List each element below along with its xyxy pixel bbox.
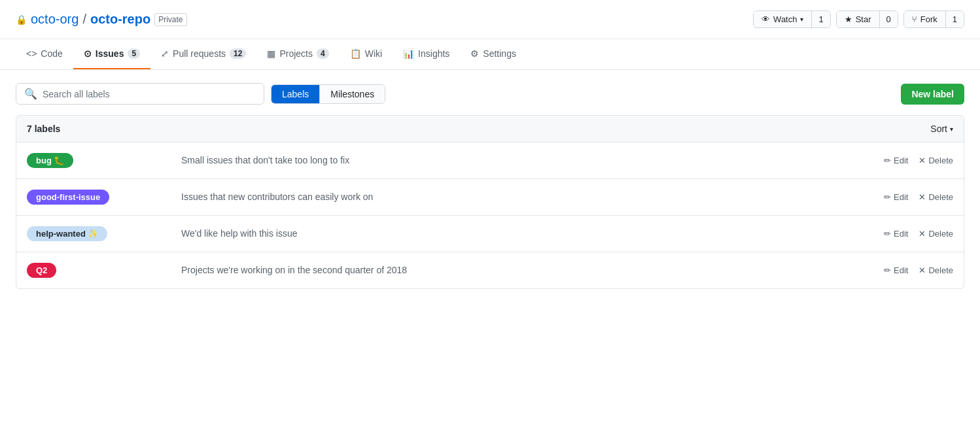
delete-label-button[interactable]: ✕ Delete	[919, 192, 953, 202]
sort-chevron-icon: ▾	[950, 126, 953, 133]
label-badge: bug 🐛	[27, 153, 73, 168]
edit-label-button[interactable]: ✏ Edit	[884, 265, 908, 275]
x-icon: ✕	[919, 229, 926, 239]
pencil-icon: ✏	[884, 156, 891, 165]
watch-button[interactable]: 👁 Watch ▾	[754, 11, 811, 27]
label-badge-col: Q2	[27, 263, 171, 278]
fork-icon: ⑂	[912, 14, 917, 24]
star-button[interactable]: ★ Star	[837, 11, 879, 27]
search-input[interactable]	[43, 89, 256, 99]
fork-count[interactable]: 1	[945, 11, 964, 27]
watch-btn-group: 👁 Watch ▾ 1	[753, 10, 831, 28]
fork-btn-group: ⑂ Fork 1	[903, 10, 964, 28]
label-badge: help-wanted ✨	[27, 226, 107, 241]
watch-count[interactable]: 1	[811, 11, 830, 27]
delete-label-button[interactable]: ✕ Delete	[919, 265, 953, 275]
label-actions: ✏ Edit ✕ Delete	[849, 156, 953, 165]
tab-insights[interactable]: 📊 Insights	[393, 39, 460, 69]
label-badge-col: bug 🐛	[27, 153, 171, 168]
tab-issues-count: 5	[128, 48, 140, 59]
label-row: good-first-issue Issues that new contrib…	[16, 179, 964, 216]
tab-pull-requests[interactable]: ⤢ Pull requests 12	[150, 39, 256, 69]
delete-label-text: Delete	[928, 192, 953, 202]
sort-label: Sort	[930, 124, 947, 134]
label-badge-col: help-wanted ✨	[27, 226, 171, 241]
tab-code[interactable]: <> Code	[16, 39, 73, 69]
label-actions: ✏ Edit ✕ Delete	[849, 265, 953, 275]
star-label: Star	[856, 14, 871, 24]
wiki-icon: 📋	[350, 48, 361, 59]
settings-icon: ⚙	[470, 48, 479, 59]
label-actions: ✏ Edit ✕ Delete	[849, 192, 953, 202]
delete-label-button[interactable]: ✕ Delete	[919, 156, 953, 165]
pencil-icon: ✏	[884, 229, 891, 239]
labels-page: 🔍 Labels Milestones New label 7 labels S…	[0, 70, 980, 302]
edit-label-text: Edit	[894, 265, 908, 275]
star-count[interactable]: 0	[879, 11, 898, 27]
labels-list: bug 🐛 Small issues that don't take too l…	[16, 143, 964, 288]
labels-tab-btn[interactable]: Labels	[271, 85, 320, 103]
delete-label-text: Delete	[928, 229, 953, 239]
tab-projects-count: 4	[317, 48, 329, 59]
issues-icon: ⊙	[84, 48, 92, 59]
tab-insights-label: Insights	[418, 48, 449, 59]
tab-settings-label: Settings	[483, 48, 516, 59]
label-row: help-wanted ✨ We'd like help with this i…	[16, 216, 964, 252]
tab-wiki[interactable]: 📋 Wiki	[340, 39, 393, 69]
repo-org-link[interactable]: octo-org	[31, 12, 79, 27]
label-row: Q2 Projects we're working on in the seco…	[16, 252, 964, 288]
tab-settings[interactable]: ⚙ Settings	[460, 39, 527, 69]
eye-icon: 👁	[761, 14, 770, 24]
delete-label-text: Delete	[928, 156, 953, 165]
tab-projects-label: Projects	[279, 48, 313, 59]
edit-label-text: Edit	[894, 229, 908, 239]
edit-label-button[interactable]: ✏ Edit	[884, 156, 908, 165]
nav-tabs: <> Code ⊙ Issues 5 ⤢ Pull requests 12 ▦ …	[0, 39, 980, 70]
repo-name-link[interactable]: octo-repo	[90, 12, 150, 27]
fork-button[interactable]: ⑂ Fork	[904, 11, 945, 27]
labels-controls: 🔍 Labels Milestones New label	[16, 83, 964, 105]
labels-count: 7 labels	[27, 124, 60, 134]
label-description: Issues that new contributors can easily …	[181, 190, 838, 204]
pr-icon: ⤢	[161, 48, 169, 59]
delete-label-button[interactable]: ✕ Delete	[919, 229, 953, 239]
label-description: We'd like help with this issue	[181, 227, 838, 241]
delete-label-text: Delete	[928, 265, 953, 275]
star-icon: ★	[845, 14, 852, 24]
edit-label-button[interactable]: ✏ Edit	[884, 229, 908, 239]
repo-header: 🔒 octo-org / octo-repo Private 👁 Watch ▾…	[0, 0, 980, 39]
repo-title: 🔒 octo-org / octo-repo Private	[16, 12, 753, 27]
search-icon: 🔍	[24, 88, 37, 100]
tab-issues[interactable]: ⊙ Issues 5	[73, 39, 150, 69]
edit-label-text: Edit	[894, 192, 908, 202]
edit-label-text: Edit	[894, 156, 908, 165]
label-row: bug 🐛 Small issues that don't take too l…	[16, 143, 964, 179]
watch-chevron-icon: ▾	[800, 16, 803, 23]
label-badge: good-first-issue	[27, 190, 109, 205]
tab-pr-label: Pull requests	[173, 48, 226, 59]
tab-code-label: Code	[41, 48, 62, 59]
milestones-tab-btn[interactable]: Milestones	[320, 85, 385, 103]
lock-icon: 🔒	[16, 14, 27, 25]
watch-label: Watch	[773, 14, 797, 24]
tab-issues-label: Issues	[96, 48, 124, 59]
code-icon: <>	[26, 48, 37, 59]
pencil-icon: ✏	[884, 265, 891, 275]
fork-label: Fork	[920, 14, 937, 24]
x-icon: ✕	[919, 192, 926, 202]
tab-projects[interactable]: ▦ Projects 4	[256, 39, 339, 69]
repo-sep: /	[82, 12, 86, 27]
labels-table: 7 labels Sort ▾ bug 🐛 Small issues that …	[16, 115, 964, 289]
label-description: Projects we're working on in the second …	[181, 263, 838, 277]
projects-icon: ▦	[267, 48, 275, 59]
labels-header: 7 labels Sort ▾	[16, 116, 964, 143]
star-btn-group: ★ Star 0	[836, 10, 898, 28]
new-label-button[interactable]: New label	[901, 84, 964, 105]
label-badge-col: good-first-issue	[27, 190, 171, 205]
sort-button[interactable]: Sort ▾	[930, 124, 953, 134]
edit-label-button[interactable]: ✏ Edit	[884, 192, 908, 202]
search-box: 🔍	[16, 83, 264, 105]
x-icon: ✕	[919, 156, 926, 165]
label-description: Small issues that don't take too long to…	[181, 154, 838, 167]
repo-private-badge: Private	[154, 13, 186, 26]
